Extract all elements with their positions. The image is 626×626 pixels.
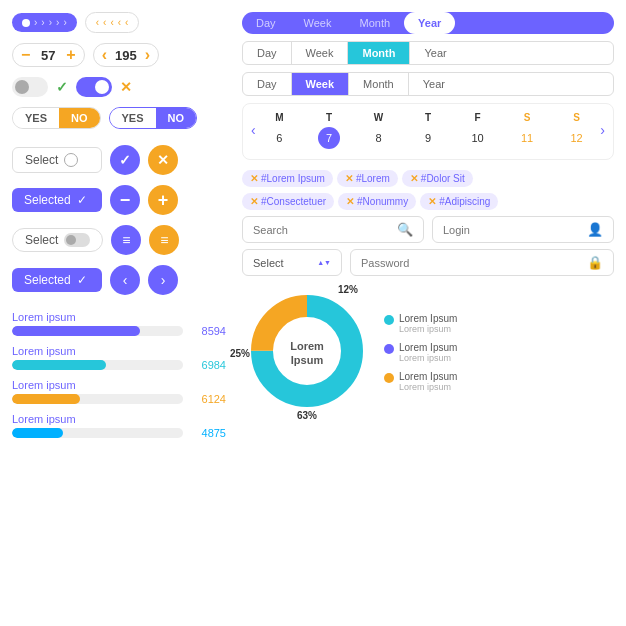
tab-day-3[interactable]: Day [243,73,292,95]
pagination-filled[interactable]: › › › › › [12,13,77,32]
tab-month-1[interactable]: Month [345,12,404,34]
progress-track-4 [12,428,183,438]
no-button-2[interactable]: NO [156,108,197,128]
search-input[interactable] [253,224,391,236]
cal-day-6[interactable]: 6 [268,127,290,149]
legend-sub-1: Lorem ipsum [399,324,457,334]
tab-group-1[interactable]: Day Week Month Year [242,12,614,34]
tag-remove-5[interactable]: ✕ [346,196,354,207]
tab-week-1[interactable]: Week [290,12,346,34]
search-field[interactable]: 🔍 [242,216,424,243]
search-icon: 🔍 [397,222,413,237]
cal-label-m: M [256,110,304,125]
yesno-group-1[interactable]: YES NO [12,107,101,129]
cal-day-8[interactable]: 8 [367,127,389,149]
legend-item-1: Lorem Ipsum Lorem ipsum [384,313,457,334]
select-chevron: ▲▼ [317,259,331,266]
check-circle-button[interactable]: ✓ [110,145,140,175]
login-field[interactable]: 👤 [432,216,614,243]
tag-remove-1[interactable]: ✕ [250,173,258,184]
chart-area: 12% 25% 63% Lorem Ipsum [242,286,614,419]
cal-next[interactable]: › [600,122,605,138]
password-input[interactable] [361,257,581,269]
tab-week-2[interactable]: Week [292,42,349,64]
tab-year-2[interactable]: Year [410,42,460,64]
select-button-1[interactable]: Select [12,147,102,173]
cal-label-w: W [355,110,403,125]
stepper-minus[interactable]: − [21,47,30,63]
tag-text-5: #Nonummy [357,196,408,207]
tab-year-1[interactable]: Year [404,12,455,34]
tag-dolor[interactable]: ✕ #Dolor Sit [402,170,473,187]
tab-month-2[interactable]: Month [348,42,410,64]
tag-consectetuer[interactable]: ✕ #Consectetuer [242,193,334,210]
select-dropdown[interactable]: Select ▲▼ [242,249,342,276]
yes-button-2[interactable]: YES [110,108,156,128]
tab-day-2[interactable]: Day [243,42,292,64]
stepper-plus[interactable]: + [66,47,75,63]
tab-year-3[interactable]: Year [409,73,459,95]
tab-week-3[interactable]: Week [292,73,350,95]
stepper-2[interactable]: ‹ 195 › [93,43,159,67]
left-arrow-button[interactable]: ‹ [110,265,140,295]
toggle-off-1[interactable] [12,77,48,97]
pct-label-25: 25% [230,347,250,358]
pct-label-12: 12% [338,284,358,295]
stepper2-right[interactable]: › [145,47,150,63]
tags-row-2: ✕ #Consectetuer ✕ #Nonummy ✕ #Adipiscing [242,193,614,210]
yes-button-1[interactable]: YES [13,108,59,128]
legend-text-1: Lorem Ipsum [399,313,457,324]
toggle-switch-on[interactable] [76,77,112,97]
cal-label-t1: T [305,110,353,125]
tab-month-3[interactable]: Month [349,73,409,95]
legend-sub-2: Lorem ipsum [399,353,457,363]
right-arrow-button[interactable]: › [148,265,178,295]
toggle-switch-off[interactable] [12,77,48,97]
cal-day-12[interactable]: 12 [566,127,588,149]
tag-remove-2[interactable]: ✕ [345,173,353,184]
tag-lorem[interactable]: ✕ #Lorem [337,170,398,187]
progress-value-2: 6984 [191,359,226,371]
tab-group-2[interactable]: Day Week Month Year [242,41,614,65]
login-input[interactable] [443,224,581,236]
tab-day-1[interactable]: Day [242,12,290,34]
tag-remove-4[interactable]: ✕ [250,196,258,207]
tab-group-3[interactable]: Day Week Month Year [242,72,614,96]
menu-icon-button-1[interactable]: ≡ [111,225,141,255]
progress-fill-3 [12,394,80,404]
yesno-group-2[interactable]: YES NO [109,107,198,129]
cross-circle-button[interactable]: ✕ [148,145,178,175]
pagination-outline[interactable]: ‹ ‹ ‹ ‹ ‹ [85,12,140,33]
user-icon: 👤 [587,222,603,237]
stepper2-value: 195 [115,48,137,63]
cal-label-s2: S [553,110,601,125]
tag-remove-3[interactable]: ✕ [410,173,418,184]
cal-day-9[interactable]: 9 [417,127,439,149]
cal-day-11[interactable]: 11 [516,127,538,149]
no-button-1[interactable]: NO [59,108,100,128]
progress-bar-4: Lorem ipsum 4875 [12,413,226,439]
selected-toggle-check: ✓ [77,273,87,287]
pagination-dot [22,19,30,27]
selected-button-1[interactable]: Selected ✓ [12,188,102,212]
selected-check-icon: ✓ [77,193,87,207]
stepper-1[interactable]: − 57 + [12,43,85,67]
legend-dot-3 [384,373,394,383]
menu-icon-button-2[interactable]: ≡ [149,225,179,255]
stepper2-left[interactable]: ‹ [102,47,107,63]
password-field[interactable]: 🔒 [350,249,614,276]
cal-day-7[interactable]: 7 [318,127,340,149]
progress-value-3: 6124 [191,393,226,405]
select-toggle-button[interactable]: Select [12,228,103,252]
progress-fill-2 [12,360,106,370]
tag-lorem-ipsum[interactable]: ✕ #Lorem Ipsum [242,170,333,187]
select-toggle-label: Select [25,233,58,247]
selected-toggle-button[interactable]: Selected ✓ [12,268,102,292]
minus-circle-button[interactable]: − [110,185,140,215]
tag-adipiscing[interactable]: ✕ #Adipiscing [420,193,498,210]
cal-label-f: F [454,110,502,125]
plus-circle-button[interactable]: + [148,185,178,215]
cal-day-10[interactable]: 10 [467,127,489,149]
tag-remove-6[interactable]: ✕ [428,196,436,207]
tag-nonummy[interactable]: ✕ #Nonummy [338,193,416,210]
